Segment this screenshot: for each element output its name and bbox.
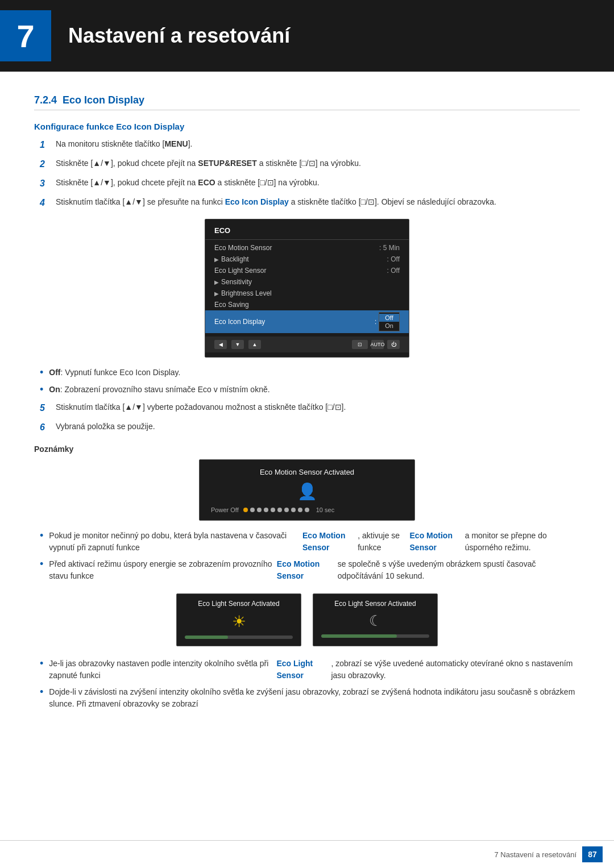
step-6: 6 Vybraná položka se použije.	[40, 421, 580, 434]
eco-dot-9	[298, 508, 302, 512]
eco-light-panel-moon: Eco Light Sensor Activated ☾	[313, 593, 438, 646]
eco-light-bar-moon	[321, 634, 429, 638]
eco-motion-sec-label: 10 sec	[316, 506, 334, 513]
eco-motion-panel-container: Eco Motion Sensor Activated 👤 Power Off …	[34, 459, 580, 521]
section-heading: 7.2.4 Eco Icon Display	[34, 94, 580, 110]
eco-dot-10	[305, 508, 309, 512]
eco-light-panel-sun: Eco Light Sensor Activated ☀	[176, 593, 301, 646]
eco-btn-power[interactable]: ⏻	[387, 340, 400, 349]
poznamky-heading: Poznámky	[34, 445, 580, 454]
chapter-banner: 7 Nastavení a resetování	[0, 0, 614, 72]
eco-light-panel-moon-title: Eco Light Sensor Activated	[321, 600, 429, 608]
chapter-number: 7	[0, 10, 51, 61]
note-1: Pokud je monitor nečinný po dobu, která …	[40, 530, 580, 554]
light-note-2: Dojde-li v závislosti na zvýšení intenzi…	[40, 686, 580, 710]
eco-btn-auto[interactable]: AUTO	[371, 340, 384, 349]
eco-dot-6	[277, 508, 282, 512]
eco-dot-5	[271, 508, 275, 512]
steps-list: 1 Na monitoru stiskněte tlačítko [MENU].…	[40, 138, 580, 210]
eco-dot-8	[291, 508, 296, 512]
main-content: 7.2.4 Eco Icon Display Konfigurace funkc…	[0, 94, 614, 750]
step-2: 2 Stiskněte [▲/▼], pokud chcete přejít n…	[40, 157, 580, 171]
step-3: 3 Stiskněte [▲/▼], pokud chcete přejít n…	[40, 177, 580, 190]
chapter-title: Nastavení a resetování	[68, 24, 290, 48]
sun-icon: ☀	[185, 612, 293, 631]
power-off-label: Power Off	[211, 506, 239, 513]
eco-motion-panel: Eco Motion Sensor Activated 👤 Power Off …	[199, 459, 415, 521]
eco-btn-up[interactable]: ▲	[248, 340, 261, 349]
eco-dot-4	[264, 508, 268, 512]
note-2: Před aktivací režimu úspory energie se z…	[40, 558, 580, 582]
light-note-1: Je-li jas obrazovky nastaven podle inten…	[40, 658, 580, 682]
eco-light-bar-fill-sun	[185, 636, 228, 639]
eco-dot-2	[250, 508, 255, 512]
eco-menu: ECO Eco Motion Sensor : 5 Min ▶ Backligh…	[205, 219, 409, 358]
notes-bullet-list: Pokud je monitor nečinný po dobu, která …	[40, 530, 580, 582]
eco-btn-monitor[interactable]: ⊡	[352, 340, 368, 349]
eco-row-motion-sensor: Eco Motion Sensor : 5 Min	[205, 242, 409, 254]
light-bullet-list: Je-li jas obrazovky nastaven podle inten…	[40, 658, 580, 710]
eco-btn-left[interactable]: ◀	[214, 340, 227, 349]
eco-dot-1	[243, 508, 248, 512]
eco-menu-screenshot: ECO Eco Motion Sensor : 5 Min ▶ Backligh…	[34, 219, 580, 358]
eco-light-panels-container: Eco Light Sensor Activated ☀ Eco Light S…	[34, 593, 580, 646]
eco-row-eco-light-sensor: Eco Light Sensor : Off	[205, 265, 409, 276]
konfigurace-heading: Konfigurace funkce Eco Icon Display	[34, 122, 580, 131]
option-off: Off: Vypnutí funkce Eco Icon Display.	[40, 367, 580, 379]
eco-motion-title: Eco Motion Sensor Activated	[211, 468, 403, 476]
eco-row-backlight: ▶ Backlight : Off	[205, 254, 409, 265]
step-1: 1 Na monitoru stiskněte tlačítko [MENU].	[40, 138, 580, 152]
eco-dot-7	[284, 508, 289, 512]
eco-light-bar-fill-moon	[321, 634, 397, 638]
eco-motion-dots	[243, 508, 309, 512]
eco-motion-person-icon: 👤	[211, 482, 403, 501]
steps-continued-list: 5 Stisknutím tlačítka [▲/▼] vyberte poža…	[40, 401, 580, 434]
eco-btn-down[interactable]: ▼	[231, 340, 244, 349]
step-5: 5 Stisknutím tlačítka [▲/▼] vyberte poža…	[40, 401, 580, 415]
eco-row-eco-saving: Eco Saving	[205, 299, 409, 310]
footer-page-number: 87	[582, 846, 603, 862]
eco-row-icon-display-container: Eco Icon Display : Off On	[205, 310, 409, 333]
moon-icon: ☾	[321, 612, 429, 630]
eco-dot-3	[257, 508, 262, 512]
option-on: On: Zobrazení provozního stavu snímače E…	[40, 384, 580, 396]
page-footer: 7 Nastavení a resetování 87	[0, 840, 614, 868]
eco-row-sensitivity: ▶ Sensitivity	[205, 276, 409, 288]
eco-menu-bottom-bar: ◀ ▼ ▲ ⊡ AUTO ⏻	[205, 337, 409, 352]
footer-text: 7 Nastavení a resetování	[494, 850, 576, 859]
eco-row-brightness-level: ▶ Brightness Level	[205, 288, 409, 299]
options-list: Off: Vypnutí funkce Eco Icon Display. On…	[40, 367, 580, 396]
eco-motion-power-row: Power Off 10 sec	[211, 506, 403, 513]
step-4: 4 Stisknutím tlačítka [▲/▼] se přesuňte …	[40, 196, 580, 210]
eco-light-panel-sun-title: Eco Light Sensor Activated	[185, 600, 293, 608]
eco-light-bar-sun	[185, 636, 293, 639]
eco-row-eco-icon-display: Eco Icon Display : Off On	[205, 310, 409, 333]
eco-menu-title: ECO	[205, 226, 409, 240]
